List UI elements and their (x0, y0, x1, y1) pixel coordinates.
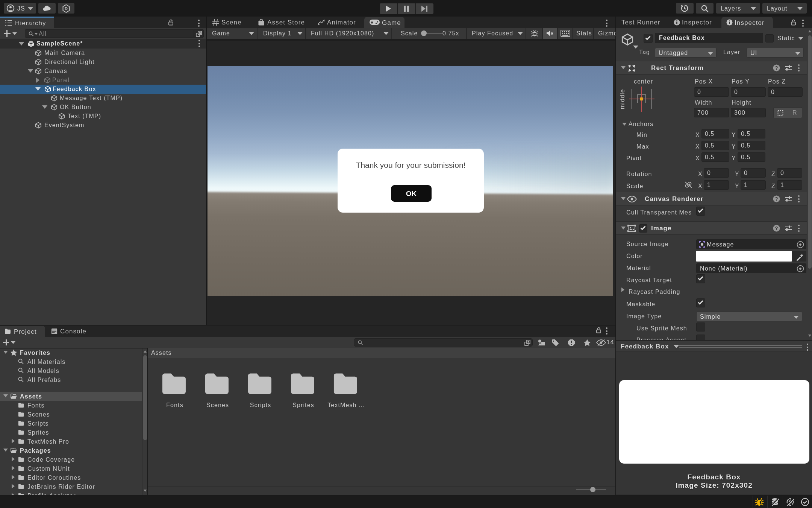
svg-text:?: ? (775, 65, 778, 71)
svg-text:?: ? (775, 196, 778, 202)
svg-text:?: ? (775, 225, 778, 231)
svg-text:D: D (65, 6, 68, 11)
